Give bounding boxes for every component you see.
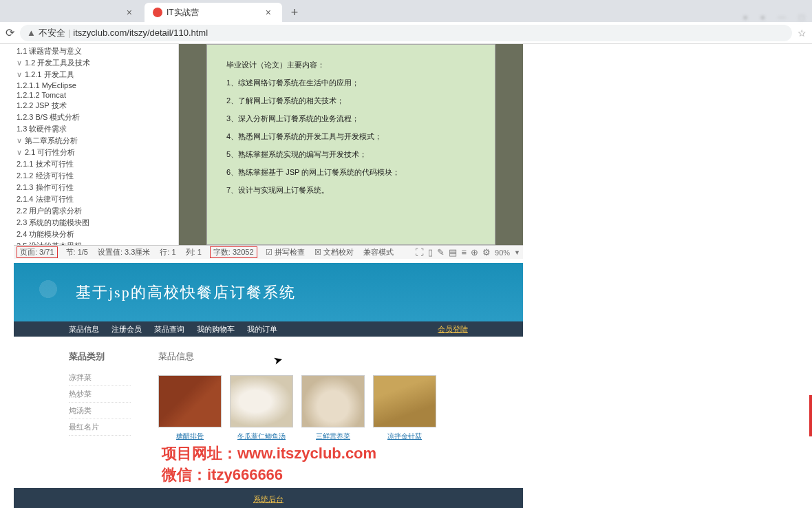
- outline-item[interactable]: 1.2.3 B/S 模式分析: [14, 112, 178, 123]
- outline-item[interactable]: 1.2.1.2 Tomcat: [14, 90, 178, 100]
- minimize-icon[interactable]: —: [778, 12, 786, 22]
- word-count[interactable]: 字数: 32052: [210, 246, 257, 258]
- outline-item[interactable]: ∨2.1 可行性分析: [14, 147, 178, 158]
- nav-link[interactable]: 注册会员: [111, 324, 142, 335]
- outline-item[interactable]: 2.5 设计的基本思想: [14, 240, 178, 245]
- close-icon[interactable]: ×: [263, 7, 274, 18]
- outline-label: 1.2.3 B/S 模式分析: [17, 113, 80, 121]
- food-image[interactable]: [230, 375, 293, 427]
- chevron-down-icon[interactable]: ∨: [17, 59, 23, 67]
- new-tab-button[interactable]: +: [286, 4, 303, 21]
- category-item[interactable]: 凉拌菜: [69, 370, 131, 386]
- status-bar: 页面: 3/71 节: 1/5 设置值: 3.3厘米 行: 1 列: 1 字数:…: [14, 245, 523, 259]
- chevron-down-icon[interactable]: ∨: [17, 70, 23, 79]
- spell-check[interactable]: ☑ 拼写检查: [264, 247, 306, 257]
- food-card: 凉拌金针菇: [373, 375, 436, 441]
- url-text: itszyclub.com/itszy/detail/110.html: [73, 28, 208, 38]
- admin-link[interactable]: 系统后台: [253, 494, 284, 505]
- maximize-icon[interactable]: ◻: [798, 12, 805, 22]
- view-icon[interactable]: ▯: [428, 247, 433, 257]
- layout-icon[interactable]: ≡: [461, 247, 467, 257]
- outline-item[interactable]: 1.2.1.1 MyEclipse: [14, 81, 178, 90]
- separator: |: [68, 28, 70, 38]
- close-icon[interactable]: ×: [124, 7, 135, 18]
- proofread[interactable]: ☒ 文档校对: [313, 247, 355, 257]
- chevron-down-icon[interactable]: ▼: [514, 249, 520, 256]
- nav-link[interactable]: 我的购物车: [197, 324, 235, 335]
- chevron-down-icon[interactable]: ∨: [17, 148, 23, 157]
- nav-link[interactable]: 我的订单: [247, 324, 277, 335]
- outline-label: 1.2.1.1 MyEclipse: [17, 81, 76, 89]
- fullscreen-icon[interactable]: ⛶: [415, 247, 424, 257]
- category-title: 菜品类别: [69, 350, 131, 363]
- food-image[interactable]: [373, 375, 436, 427]
- warning-icon: ▲: [27, 28, 36, 38]
- compat-mode: 兼容模式: [362, 247, 395, 257]
- outline-item[interactable]: ∨1.2.1 开发工具: [14, 69, 178, 81]
- site-main: 项目网址：www.itszyclub.com 微信：itzy666666 菜品类…: [14, 337, 523, 488]
- outline-item[interactable]: 2.2 用户的需求分析: [14, 205, 178, 217]
- col-indicator: 列: 1: [184, 247, 203, 257]
- page-indicator[interactable]: 页面: 3/71: [17, 246, 58, 258]
- outline-item[interactable]: 2.1.2 经济可行性: [14, 170, 178, 182]
- nav-link[interactable]: 菜品信息: [69, 324, 99, 335]
- outline-item[interactable]: 2.4 功能模块分析: [14, 229, 178, 240]
- outline-item[interactable]: 1.1 课题背景与意义: [14, 45, 178, 57]
- category-item[interactable]: 最红名片: [69, 419, 131, 436]
- outline-item[interactable]: 2.1.1 技术可行性: [14, 158, 178, 170]
- food-link[interactable]: 糖醋排骨: [158, 432, 222, 441]
- site-footer: 系统后台: [14, 488, 523, 508]
- outline-item[interactable]: 2.3 系统的功能模块图: [14, 217, 178, 229]
- food-link[interactable]: 三鲜营养菜: [301, 432, 365, 441]
- outline-item[interactable]: ∨1.2 开发工具及技术: [14, 57, 178, 69]
- position-indicator: 设置值: 3.3厘米: [96, 247, 151, 257]
- control-icon[interactable]: ●: [760, 12, 765, 22]
- refresh-icon[interactable]: ⟳: [6, 26, 14, 39]
- outline-item[interactable]: ∨第二章系统分析: [14, 135, 178, 147]
- document-area[interactable]: 毕业设计（论文）主要内容：1、综述网络订餐系统在生活中的应用；2、了解网上订餐系…: [179, 44, 523, 245]
- foods-section: 菜品信息 糖醋排骨冬瓜薏仁鲫鱼汤三鲜营养菜凉拌金针菇: [158, 350, 468, 467]
- url-field[interactable]: ▲ 不安全 | itszyclub.com/itszy/detail/110.h…: [20, 25, 792, 41]
- tab-active[interactable]: IT实战营 ×: [145, 3, 282, 22]
- outline-label: 1.2 开发工具及技术: [25, 59, 90, 67]
- food-card: 糖醋排骨: [158, 375, 222, 441]
- settings-icon[interactable]: ⚙: [482, 247, 491, 257]
- login-link[interactable]: 会员登陆: [438, 324, 468, 335]
- site-banner: 基于jsp的高校快餐店订餐系统: [14, 263, 523, 321]
- outline-label: 2.1.1 技术可行性: [17, 160, 74, 168]
- edit-icon[interactable]: ✎: [437, 247, 445, 257]
- food-link[interactable]: 凉拌金针菇: [373, 432, 436, 441]
- outline-label: 2.1 可行性分析: [25, 148, 75, 156]
- category-sidebar: 菜品类别 凉拌菜热炒菜炖汤类最红名片: [69, 350, 131, 467]
- food-link[interactable]: 冬瓜薏仁鲫鱼汤: [230, 432, 293, 441]
- outline-label: 2.3 系统的功能模块图: [17, 218, 89, 226]
- star-icon[interactable]: ☆: [798, 28, 806, 39]
- outline-icon[interactable]: ▤: [449, 247, 457, 257]
- web-icon[interactable]: ⊕: [471, 247, 478, 257]
- outline-item[interactable]: 2.1.4 法律可行性: [14, 193, 178, 205]
- outline-label: 2.5 设计的基本思想: [17, 242, 82, 245]
- document-page: 毕业设计（论文）主要内容：1、综述网络订餐系统在生活中的应用；2、了解网上订餐系…: [206, 44, 495, 245]
- section-indicator: 节: 1/5: [65, 247, 89, 257]
- zoom-level[interactable]: 90%: [495, 248, 510, 257]
- outline-item[interactable]: 1.2.2 JSP 技术: [14, 100, 178, 112]
- chevron-down-icon[interactable]: ∨: [17, 136, 23, 145]
- foods-title: 菜品信息: [158, 350, 468, 363]
- food-image[interactable]: [158, 375, 222, 427]
- page-content: 1.1 课题背景与意义∨1.2 开发工具及技术∨1.2.1 开发工具1.2.1.…: [0, 44, 812, 508]
- address-bar: ⟳ ▲ 不安全 | itszyclub.com/itszy/detail/110…: [0, 22, 812, 44]
- outline-label: 1.2.1.2 Tomcat: [17, 91, 66, 99]
- food-image[interactable]: [301, 375, 365, 427]
- doc-line: 4、熟悉网上订餐系统的开发工具与开发模式；: [226, 129, 476, 144]
- outline-label: 1.2.1 开发工具: [25, 70, 74, 78]
- control-icon[interactable]: ●: [743, 12, 748, 22]
- outline-item[interactable]: 2.1.3 操作可行性: [14, 182, 178, 193]
- outline-panel[interactable]: 1.1 课题背景与意义∨1.2 开发工具及技术∨1.2.1 开发工具1.2.1.…: [14, 44, 179, 245]
- site-nav: 菜品信息注册会员菜品查询我的购物车我的订单会员登陆: [14, 321, 523, 337]
- nav-link[interactable]: 菜品查询: [154, 324, 184, 335]
- tab-inactive[interactable]: ×: [6, 3, 143, 22]
- outline-label: 2.4 功能模块分析: [17, 230, 74, 238]
- outline-item[interactable]: 1.3 软硬件需求: [14, 123, 178, 135]
- category-item[interactable]: 热炒菜: [69, 386, 131, 403]
- category-item[interactable]: 炖汤类: [69, 403, 131, 419]
